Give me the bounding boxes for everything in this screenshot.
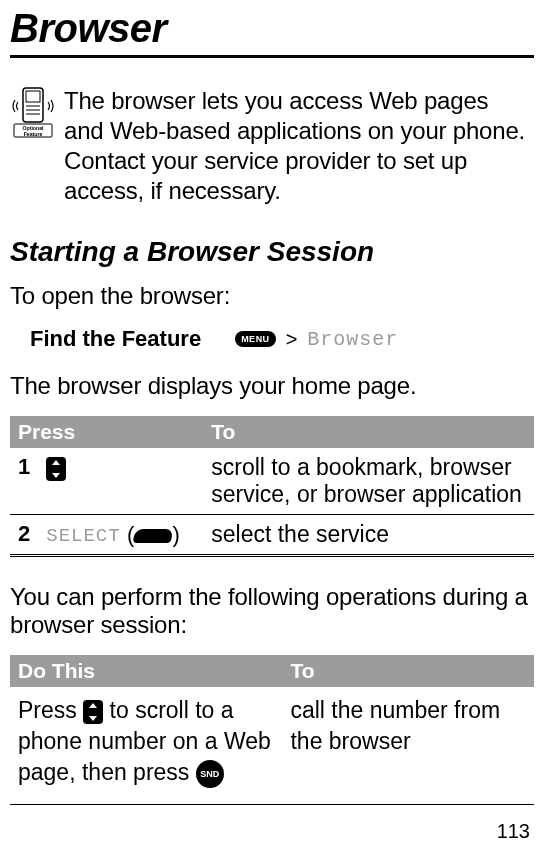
nav-key-icon bbox=[83, 700, 103, 724]
table-header-row: Press To bbox=[10, 416, 534, 448]
press-cell: SELECT () bbox=[38, 515, 203, 556]
operations-table: Do This To Press to scroll to a phone nu… bbox=[10, 655, 534, 805]
svg-rect-1 bbox=[26, 91, 40, 102]
intro-text: The browser lets you access Web pages an… bbox=[64, 86, 534, 206]
find-feature-label: Find the Feature bbox=[30, 326, 201, 352]
find-feature-target: MENU > Browser bbox=[235, 328, 398, 351]
select-label: SELECT bbox=[46, 525, 120, 547]
header-do-this: Do This bbox=[10, 655, 282, 687]
step-number: 2 bbox=[10, 515, 38, 556]
close-paren: ) bbox=[172, 522, 179, 547]
table-row: 1 scroll to a bookmark, browser service,… bbox=[10, 448, 534, 515]
step-number: 1 bbox=[10, 448, 38, 515]
soft-key-icon bbox=[133, 529, 174, 543]
snd-key-icon: SND bbox=[196, 760, 224, 788]
to-cell: call the number from the browser bbox=[282, 687, 534, 805]
table-row: 2 SELECT () select the service bbox=[10, 515, 534, 556]
title-rule bbox=[10, 55, 534, 58]
optional-feature-icon: Optional Feature bbox=[10, 86, 56, 138]
home-page-text: The browser displays your home page. bbox=[10, 372, 534, 400]
open-browser-text: To open the browser: bbox=[10, 282, 534, 310]
to-cell: select the service bbox=[203, 515, 534, 556]
to-cell: scroll to a bookmark, browser service, o… bbox=[203, 448, 534, 515]
intro-row: Optional Feature The browser lets you ac… bbox=[10, 86, 534, 206]
table-row: Press to scroll to a phone number on a W… bbox=[10, 687, 534, 805]
find-feature-row: Find the Feature MENU > Browser bbox=[30, 326, 534, 352]
page-number: 113 bbox=[497, 820, 530, 843]
page-title: Browser bbox=[10, 6, 534, 51]
header-press: Press bbox=[10, 416, 203, 448]
section-heading: Starting a Browser Session bbox=[10, 236, 534, 268]
table-header-row: Do This To bbox=[10, 655, 534, 687]
do-this-cell: Press to scroll to a phone number on a W… bbox=[10, 687, 282, 805]
nav-key-icon bbox=[46, 457, 66, 481]
menu-key-icon: MENU bbox=[235, 331, 276, 347]
operations-intro: You can perform the following operations… bbox=[10, 583, 534, 639]
breadcrumb-browser: Browser bbox=[307, 328, 398, 351]
header-to: To bbox=[203, 416, 534, 448]
press-cell bbox=[38, 448, 203, 515]
optional-label-2: Feature bbox=[24, 131, 43, 137]
header-to: To bbox=[282, 655, 534, 687]
press-to-table: Press To 1 scroll to a bookmark, browser… bbox=[10, 416, 534, 557]
breadcrumb-separator: > bbox=[286, 328, 298, 351]
do-text-pre: Press bbox=[18, 697, 83, 723]
